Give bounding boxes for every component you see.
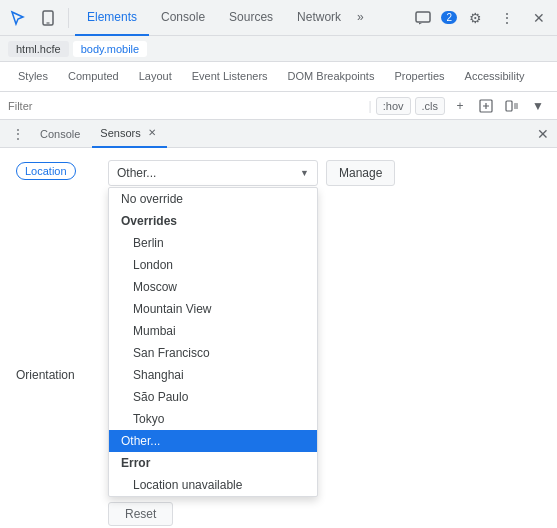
dropdown-section-error: Error	[109, 452, 317, 474]
style-tabs: Styles Computed Layout Event Listeners D…	[0, 62, 557, 92]
dropdown-item-sao-paulo[interactable]: São Paulo	[109, 386, 317, 408]
add-style-icon[interactable]: +	[449, 95, 471, 117]
dropdown-item-san-francisco[interactable]: San Francisco	[109, 342, 317, 364]
sensors-content: Location Other... ▼ No override Override…	[0, 148, 557, 528]
toggle-light-icon[interactable]	[475, 95, 497, 117]
dropdown-item-berlin[interactable]: Berlin	[109, 232, 317, 254]
bottom-panel-menu[interactable]: ⋮	[8, 127, 28, 141]
svg-rect-2	[416, 12, 430, 22]
svg-rect-5	[514, 103, 518, 109]
main-tabs: Elements Console Sources Network »	[75, 0, 368, 36]
location-dropdown[interactable]: Other... ▼	[108, 160, 318, 186]
chat-icon[interactable]	[409, 4, 437, 32]
location-dropdown-menu: No override Overrides Berlin London Mosc…	[108, 187, 318, 497]
close-devtools-icon[interactable]: ✕	[525, 4, 553, 32]
tab-layout[interactable]: Layout	[129, 62, 182, 92]
dropdown-item-location-unavailable[interactable]: Location unavailable	[109, 474, 317, 496]
bottom-tab-sensors[interactable]: Sensors ✕	[92, 120, 166, 148]
badge: 2	[441, 11, 457, 24]
file-tab-html[interactable]: html.hcfe	[8, 41, 69, 57]
tab-accessibility[interactable]: Accessibility	[455, 62, 535, 92]
more-tabs-btn[interactable]: »	[353, 0, 368, 36]
reset-button[interactable]: Reset	[108, 502, 173, 526]
bottom-panel-tabs: ⋮ Console Sensors ✕ ✕	[0, 120, 557, 148]
location-label-container: Location	[16, 160, 96, 178]
tab-dom-breakpoints[interactable]: DOM Breakpoints	[278, 62, 385, 92]
dropdown-item-other[interactable]: Other...	[109, 430, 317, 452]
dropdown-item-shanghai[interactable]: Shanghai	[109, 364, 317, 386]
toolbar-right: 2 ⚙ ⋮ ✕	[409, 4, 553, 32]
scroll-into-view-icon[interactable]: ▼	[527, 95, 549, 117]
dropdown-item-no-override[interactable]: No override	[109, 188, 317, 210]
location-dropdown-container: Other... ▼ No override Overrides Berlin …	[108, 160, 318, 186]
dropdown-item-moscow[interactable]: Moscow	[109, 276, 317, 298]
more-options-icon[interactable]: ⋮	[493, 4, 521, 32]
tab-network[interactable]: Network	[285, 0, 353, 36]
manage-button[interactable]: Manage	[326, 160, 395, 186]
dropdown-item-london[interactable]: London	[109, 254, 317, 276]
svg-rect-4	[506, 101, 512, 111]
settings-icon[interactable]: ⚙	[461, 4, 489, 32]
tab-sources[interactable]: Sources	[217, 0, 285, 36]
tab-event-listeners[interactable]: Event Listeners	[182, 62, 278, 92]
filter-bar: | :hov .cls + ▼	[0, 92, 557, 120]
file-tabs: html.hcfe body.mobile	[0, 36, 557, 62]
top-toolbar: Elements Console Sources Network » 2 ⚙ ⋮…	[0, 0, 557, 36]
file-tab-body[interactable]: body.mobile	[73, 41, 148, 57]
tab-styles[interactable]: Styles	[8, 62, 58, 92]
dropdown-section-overrides: Overrides	[109, 210, 317, 232]
orientation-label: Orientation	[16, 364, 96, 382]
tab-console[interactable]: Console	[149, 0, 217, 36]
inspect-icon[interactable]	[4, 4, 32, 32]
bottom-tab-console[interactable]: Console	[32, 120, 88, 148]
filter-icons: + ▼	[449, 95, 549, 117]
tab-computed[interactable]: Computed	[58, 62, 129, 92]
filter-separator: |	[369, 99, 372, 113]
computed-styles-icon[interactable]	[501, 95, 523, 117]
location-label: Location	[16, 162, 76, 180]
close-bottom-panel[interactable]: ✕	[537, 126, 549, 142]
dropdown-item-mumbai[interactable]: Mumbai	[109, 320, 317, 342]
filter-input[interactable]	[8, 100, 365, 112]
divider	[68, 8, 69, 28]
device-icon[interactable]	[34, 4, 62, 32]
close-sensors-tab[interactable]: ✕	[145, 126, 159, 140]
location-controls: Other... ▼ No override Overrides Berlin …	[108, 160, 541, 186]
dropdown-item-mountain-view[interactable]: Mountain View	[109, 298, 317, 320]
cls-button[interactable]: .cls	[415, 97, 446, 115]
hov-button[interactable]: :hov	[376, 97, 411, 115]
tab-elements[interactable]: Elements	[75, 0, 149, 36]
tab-properties[interactable]: Properties	[384, 62, 454, 92]
location-row: Location Other... ▼ No override Override…	[16, 160, 541, 186]
bottom-panel: ⋮ Console Sensors ✕ ✕ Location Other... …	[0, 120, 557, 528]
dropdown-item-tokyo[interactable]: Tokyo	[109, 408, 317, 430]
